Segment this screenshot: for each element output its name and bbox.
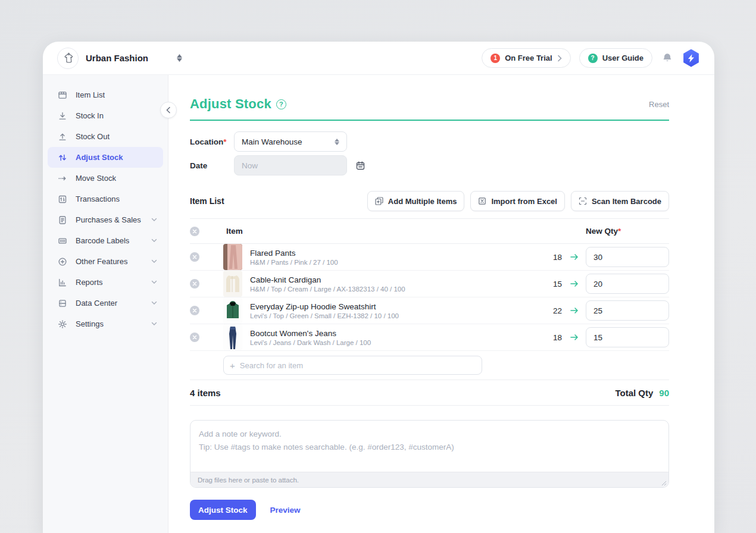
document-icon <box>57 215 67 225</box>
app-window: Urban Fashion 1 On Free Trial ? User Gui… <box>43 42 714 533</box>
location-select[interactable]: Main Warehouse <box>234 131 347 152</box>
plus-circle-icon <box>57 256 67 266</box>
table-header-row: Item New Qty* <box>190 219 669 244</box>
user-guide-button[interactable]: ? User Guide <box>579 48 652 68</box>
sidebar-item-reports[interactable]: Reports <box>48 272 163 293</box>
required-mark: * <box>618 227 621 236</box>
new-qty-input[interactable] <box>586 247 669 267</box>
sidebar-item-adjust-stock[interactable]: Adjust Stock <box>48 147 163 168</box>
workspace-switcher-icon[interactable] <box>177 54 182 62</box>
totals-row: 4 items Total Qty 90 <box>190 380 669 406</box>
remove-all-icon[interactable] <box>190 227 199 236</box>
button-label: Import from Excel <box>491 197 557 206</box>
sidebar-item-label: Purchases & Sales <box>76 215 141 224</box>
remove-row-icon[interactable] <box>190 279 199 289</box>
chevron-down-icon <box>151 301 157 305</box>
location-value: Main Warehouse <box>242 137 302 146</box>
sidebar-item-item-list[interactable]: Item List <box>48 84 163 105</box>
sidebar-item-move-stock[interactable]: Move Stock <box>48 168 163 189</box>
button-label: Scan Item Barcode <box>592 197 661 206</box>
remove-row-icon[interactable] <box>190 306 199 315</box>
select-arrows-icon <box>335 139 339 145</box>
new-qty-input[interactable] <box>586 300 669 321</box>
item-table: Item New Qty* Flared Pants H&M / <box>190 218 669 406</box>
sidebar-item-stock-in[interactable]: Stock In <box>48 105 163 126</box>
total-qty-value: 90 <box>659 388 669 398</box>
page-title: Adjust Stock <box>190 96 271 112</box>
sidebar-collapse-button[interactable] <box>160 102 177 118</box>
bar-chart-icon <box>57 277 67 287</box>
workspace-name: Urban Fashion <box>86 53 148 63</box>
transactions-icon <box>57 194 67 204</box>
arrow-right-icon <box>570 253 579 261</box>
chevron-down-icon <box>151 239 157 243</box>
app-header: Urban Fashion 1 On Free Trial ? User Gui… <box>43 42 714 75</box>
arrow-down-to-line-icon <box>57 111 67 121</box>
bell-icon[interactable] <box>661 52 674 65</box>
remove-row-icon[interactable] <box>190 333 199 342</box>
help-icon[interactable]: ? <box>276 99 286 109</box>
hexagon-bolt-icon[interactable] <box>682 49 700 67</box>
item-name: Bootcut Women's Jeans <box>250 329 542 338</box>
current-qty: 15 <box>542 280 562 289</box>
calendar-icon[interactable] <box>355 161 365 171</box>
remove-row-icon[interactable] <box>190 252 199 262</box>
button-label: Add Multiple Items <box>388 197 457 206</box>
database-icon <box>57 298 67 308</box>
item-search-box[interactable]: + <box>223 356 482 375</box>
sidebar-item-label: Reports <box>76 278 103 287</box>
resize-handle-icon[interactable] <box>661 481 667 486</box>
date-input[interactable]: Now <box>234 155 347 175</box>
scan-item-barcode-button[interactable]: Scan Item Barcode <box>571 191 669 211</box>
arrow-up-from-line-icon <box>57 131 67 142</box>
sidebar-item-barcode-labels[interactable]: Barcode Labels <box>48 230 163 251</box>
item-info: Everyday Zip-up Hoodie Sweatshirt Levi's… <box>250 302 542 319</box>
item-thumbnail <box>223 297 242 324</box>
arrow-dashed-right-icon <box>57 173 67 183</box>
table-row: Flared Pants H&M / Pants / Pink / 27 / 1… <box>190 244 669 271</box>
sidebar-item-settings[interactable]: Settings <box>48 313 163 334</box>
item-name: Cable-knit Cardigan <box>250 275 542 284</box>
sidebar-item-other-features[interactable]: Other Features <box>48 251 163 272</box>
item-thumbnail <box>223 244 242 270</box>
import-from-excel-button[interactable]: Import from Excel <box>470 191 565 211</box>
header-actions: 1 On Free Trial ? User Guide <box>482 48 700 68</box>
user-guide-label: User Guide <box>602 54 643 62</box>
chevron-down-icon <box>151 218 157 222</box>
main-content: Adjust Stock ? Reset Location* Main Ware… <box>168 75 714 533</box>
note-placeholder-line2: Tip: Use #tags to make notes searchable.… <box>199 441 660 454</box>
item-column-header: Item <box>226 227 243 236</box>
barcode-icon <box>57 236 67 246</box>
table-row: Cable-knit Cardigan H&M / Top / Cream / … <box>190 271 669 297</box>
sidebar-item-purchases-sales[interactable]: Purchases & Sales <box>48 209 163 230</box>
sidebar-item-label: Adjust Stock <box>76 153 123 162</box>
sidebar-item-label: Settings <box>76 319 104 328</box>
sidebar-item-stock-out[interactable]: Stock Out <box>48 126 163 147</box>
item-info: Bootcut Women's Jeans Levi's / Jeans / D… <box>250 329 542 346</box>
item-attributes: H&M / Pants / Pink / 27 / 100 <box>250 259 542 266</box>
arrows-up-down-icon <box>57 152 67 162</box>
archive-box-icon <box>57 90 67 100</box>
item-info: Cable-knit Cardigan H&M / Top / Cream / … <box>250 275 542 293</box>
table-row: Bootcut Women's Jeans Levi's / Jeans / D… <box>190 324 669 351</box>
reset-button[interactable]: Reset <box>649 100 669 109</box>
adjust-stock-submit-button[interactable]: Adjust Stock <box>190 500 256 520</box>
new-qty-input[interactable] <box>586 274 669 294</box>
attach-dropzone[interactable]: Drag files here or paste to attach. <box>190 472 668 487</box>
add-multiple-items-button[interactable]: Add Multiple Items <box>367 191 465 211</box>
new-qty-input[interactable] <box>586 327 669 347</box>
sidebar-item-label: Stock In <box>76 111 104 120</box>
chevron-down-icon <box>151 322 157 326</box>
tshirt-hanger-icon <box>61 52 74 65</box>
arrow-right-icon <box>570 280 579 288</box>
arrow-right-icon <box>570 333 579 341</box>
free-trial-badge[interactable]: 1 On Free Trial <box>482 48 570 68</box>
current-qty: 18 <box>542 253 562 262</box>
workspace-logo[interactable] <box>57 48 79 69</box>
item-search-input[interactable] <box>240 361 476 370</box>
preview-button[interactable]: Preview <box>270 506 301 515</box>
sidebar-item-transactions[interactable]: Transactions <box>48 189 163 209</box>
excel-file-icon <box>478 197 486 205</box>
note-input[interactable]: Add a note or keyword. Tip: Use #tags to… <box>190 421 668 472</box>
sidebar-item-data-center[interactable]: Data Center <box>48 293 163 313</box>
